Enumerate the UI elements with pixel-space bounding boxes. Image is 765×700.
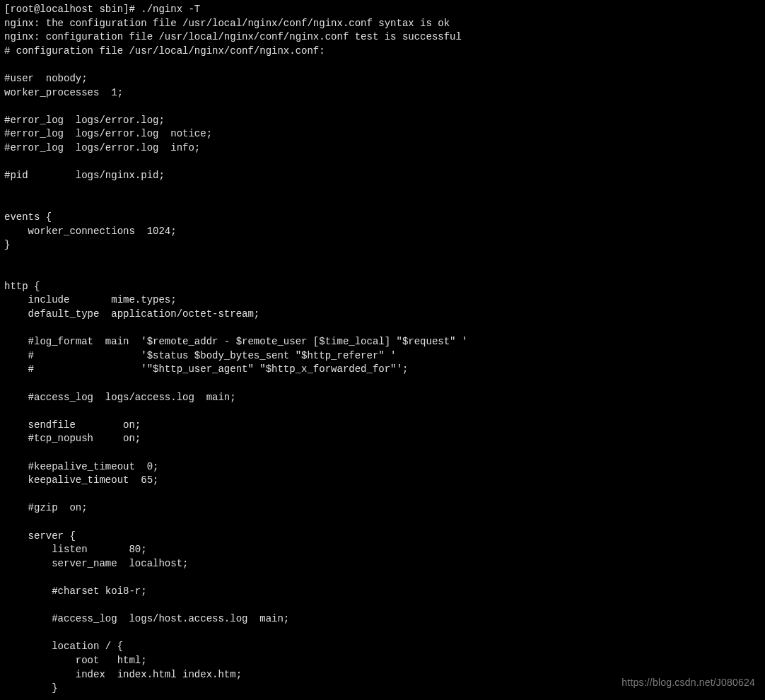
terminal-line	[4, 100, 761, 114]
terminal-line: #tcp_nopush on;	[4, 432, 761, 446]
terminal-line: include mime.types;	[4, 293, 761, 308]
terminal-line	[4, 571, 761, 585]
terminal-line: }	[4, 238, 761, 252]
terminal-line: nginx: the configuration file /usr/local…	[4, 17, 761, 31]
terminal-line	[4, 266, 761, 280]
terminal-line: #access_log logs/access.log main;	[4, 391, 761, 405]
terminal-line: worker_processes 1;	[4, 86, 761, 100]
terminal-line	[4, 515, 761, 530]
terminal-line: #log_format main '$remote_addr - $remote…	[4, 335, 761, 349]
terminal-line	[4, 446, 761, 460]
terminal-line: keepalive_timeout 65;	[4, 474, 761, 488]
terminal-line: [root@localhost sbin]# ./nginx -T	[4, 3, 761, 17]
terminal-line	[4, 696, 761, 700]
watermark-text: https://blog.csdn.net/J080624	[621, 676, 755, 690]
terminal-line	[4, 377, 761, 391]
terminal-line	[4, 626, 761, 641]
terminal-line: default_type application/octet-stream;	[4, 308, 761, 322]
terminal-line: #user nobody;	[4, 72, 761, 86]
terminal-line: #charset koi8-r;	[4, 585, 761, 599]
terminal-line: http {	[4, 280, 761, 294]
terminal-line: worker_connections 1024;	[4, 225, 761, 239]
terminal-line: # '$status $body_bytes_sent "$http_refer…	[4, 349, 761, 363]
terminal-line: server_name localhost;	[4, 557, 761, 571]
terminal-line	[4, 252, 761, 267]
terminal-line: events {	[4, 211, 761, 225]
terminal-line: root html;	[4, 654, 761, 668]
terminal-line: #pid logs/nginx.pid;	[4, 169, 761, 183]
terminal-line	[4, 156, 761, 170]
terminal-line: # '"$http_user_agent" "$http_x_forwarded…	[4, 363, 761, 377]
terminal-line	[4, 488, 761, 502]
terminal-line: #error_log logs/error.log;	[4, 114, 761, 128]
terminal-line	[4, 322, 761, 336]
terminal-line: #gzip on;	[4, 501, 761, 515]
terminal-line: #keepalive_timeout 0;	[4, 460, 761, 474]
terminal-line: #access_log logs/host.access.log main;	[4, 612, 761, 626]
terminal-line: nginx: configuration file /usr/local/ngi…	[4, 30, 761, 45]
terminal-line	[4, 599, 761, 613]
terminal-line: sendfile on;	[4, 419, 761, 433]
terminal-line	[4, 183, 761, 197]
terminal-line	[4, 58, 761, 72]
terminal-output[interactable]: [root@localhost sbin]# ./nginx -Tnginx: …	[0, 0, 765, 700]
terminal-line	[4, 404, 761, 419]
terminal-line	[4, 197, 761, 211]
terminal-line: location / {	[4, 640, 761, 654]
terminal-line: listen 80;	[4, 543, 761, 557]
terminal-line: server {	[4, 530, 761, 544]
terminal-line: #error_log logs/error.log notice;	[4, 127, 761, 141]
terminal-line: #error_log logs/error.log info;	[4, 141, 761, 156]
terminal-line: # configuration file /usr/local/nginx/co…	[4, 45, 761, 59]
